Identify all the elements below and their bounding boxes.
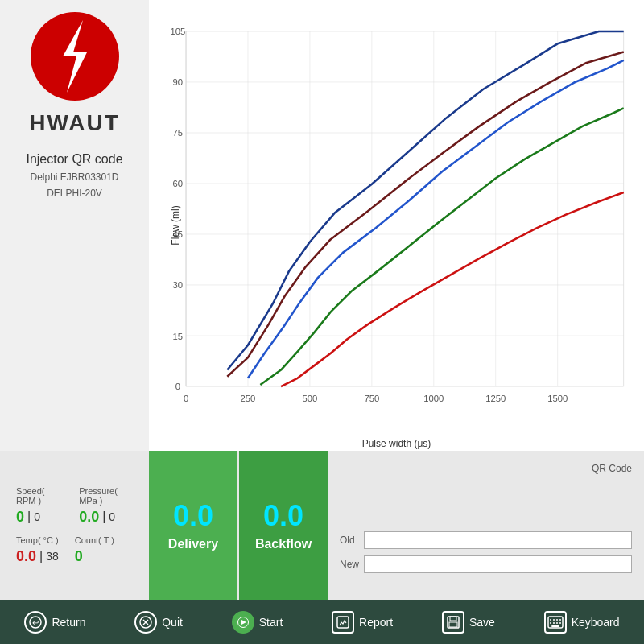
qr-section: QR Code Old New xyxy=(328,451,644,600)
return-label: Return xyxy=(52,616,85,629)
qr-new-input[interactable] xyxy=(364,555,632,573)
pressure-sub: 0 xyxy=(109,510,115,523)
x-axis-label: Pulse width (μs) xyxy=(362,438,431,449)
svg-marker-0 xyxy=(63,20,87,93)
chart-svg: 0 15 30 45 60 75 90 105 0 250 500 750 10… xyxy=(153,8,632,443)
qr-new-label: New xyxy=(340,559,364,570)
speed-stat: Speed( RPM ) 0 | 0 xyxy=(16,486,63,526)
temp-stat: Temp( °C ) 0.0 | 38 xyxy=(16,535,59,565)
keyboard-icon xyxy=(544,611,567,634)
y-axis-label: Flow (ml) xyxy=(170,205,181,245)
return-button[interactable]: ↩ Return xyxy=(16,607,93,638)
svg-rect-1 xyxy=(186,31,624,386)
qr-title: QR Code xyxy=(340,463,632,474)
svg-text:75: 75 xyxy=(173,128,184,138)
stat-row-2: Temp( °C ) 0.0 | 38 Count( T ) 0 xyxy=(16,535,133,565)
svg-text:0: 0 xyxy=(175,382,180,391)
save-icon xyxy=(442,611,464,634)
quit-button[interactable]: Quit xyxy=(126,607,191,638)
qr-old-label: Old xyxy=(340,535,364,546)
svg-text:750: 750 xyxy=(364,394,379,403)
backflow-label: Backflow xyxy=(255,537,312,551)
count-value-row: 0 xyxy=(75,548,114,565)
start-icon xyxy=(232,611,254,634)
brand-name: HWAUT xyxy=(29,110,120,136)
chart-area: Flow (ml) xyxy=(149,0,644,451)
top-section: HWAUT Injector QR code Delphi EJBR03301D… xyxy=(0,0,644,451)
speed-value: 0 xyxy=(16,509,24,526)
temp-value: 0.0 xyxy=(16,548,36,565)
svg-text:1500: 1500 xyxy=(547,394,568,403)
report-button[interactable]: Report xyxy=(324,607,401,638)
start-label: Start xyxy=(259,616,283,629)
qr-old-row: Old xyxy=(340,531,632,549)
keyboard-button[interactable]: Keyboard xyxy=(536,607,628,638)
speed-value-row: 0 | 0 xyxy=(16,509,63,526)
stat-row-1: Speed( RPM ) 0 | 0 Pressure( MPa ) 0.0 |… xyxy=(16,486,133,526)
qr-new-row: New xyxy=(340,555,632,573)
pressure-stat: Pressure( MPa ) 0.0 | 0 xyxy=(79,486,133,526)
pressure-value-row: 0.0 | 0 xyxy=(79,509,133,526)
speed-label: Speed( RPM ) xyxy=(16,486,63,506)
svg-text:15: 15 xyxy=(173,332,184,341)
svg-text:30: 30 xyxy=(173,280,184,290)
svg-rect-40 xyxy=(337,617,349,628)
svg-text:60: 60 xyxy=(173,179,184,188)
stats-panel: Speed( RPM ) 0 | 0 Pressure( MPa ) 0.0 |… xyxy=(0,451,149,600)
temp-value-row: 0.0 | 38 xyxy=(16,548,59,565)
main-container: HWAUT Injector QR code Delphi EJBR03301D… xyxy=(0,0,644,644)
svg-text:90: 90 xyxy=(173,77,184,87)
quit-icon xyxy=(134,611,157,634)
return-icon: ↩ xyxy=(24,611,47,634)
pressure-label: Pressure( MPa ) xyxy=(79,486,133,506)
backflow-value: 0.0 xyxy=(263,499,303,533)
qr-old-input[interactable] xyxy=(364,531,632,549)
svg-text:↩: ↩ xyxy=(32,618,39,627)
save-label: Save xyxy=(469,616,495,629)
svg-text:105: 105 xyxy=(170,27,185,36)
sidebar-subtitle1: Delphi EJBR03301D xyxy=(30,171,118,183)
temp-sub: 38 xyxy=(46,550,59,563)
pressure-value: 0.0 xyxy=(79,509,99,526)
backflow-panel: 0.0 Backflow xyxy=(239,451,328,600)
sidebar: HWAUT Injector QR code Delphi EJBR03301D… xyxy=(0,0,149,451)
start-button[interactable]: Start xyxy=(224,607,291,638)
svg-text:1000: 1000 xyxy=(423,394,444,403)
sidebar-subtitle2: DELPHI-20V xyxy=(47,188,102,199)
count-label: Count( T ) xyxy=(75,535,114,545)
quit-label: Quit xyxy=(162,616,183,629)
sidebar-title: Injector QR code xyxy=(26,152,122,167)
delivery-label: Delivery xyxy=(168,537,218,551)
report-label: Report xyxy=(359,616,393,629)
save-button[interactable]: Save xyxy=(434,607,503,638)
green-panels: 0.0 Delivery 0.0 Backflow xyxy=(149,451,328,600)
svg-rect-43 xyxy=(449,622,457,627)
svg-text:0: 0 xyxy=(184,394,188,403)
svg-text:250: 250 xyxy=(241,394,256,403)
count-value: 0 xyxy=(75,548,83,565)
delivery-panel: 0.0 Delivery xyxy=(149,451,237,600)
temp-label: Temp( °C ) xyxy=(16,535,59,545)
report-icon xyxy=(332,611,354,634)
keyboard-label: Keyboard xyxy=(572,616,620,629)
delivery-value: 0.0 xyxy=(173,499,213,533)
svg-text:500: 500 xyxy=(303,394,318,403)
count-stat: Count( T ) 0 xyxy=(75,535,114,565)
logo-circle xyxy=(31,12,119,101)
toolbar: ↩ Return Quit Start Report xyxy=(0,600,644,644)
speed-sub: 0 xyxy=(34,510,40,523)
middle-section: Speed( RPM ) 0 | 0 Pressure( MPa ) 0.0 |… xyxy=(0,451,644,600)
svg-text:1250: 1250 xyxy=(485,394,506,403)
